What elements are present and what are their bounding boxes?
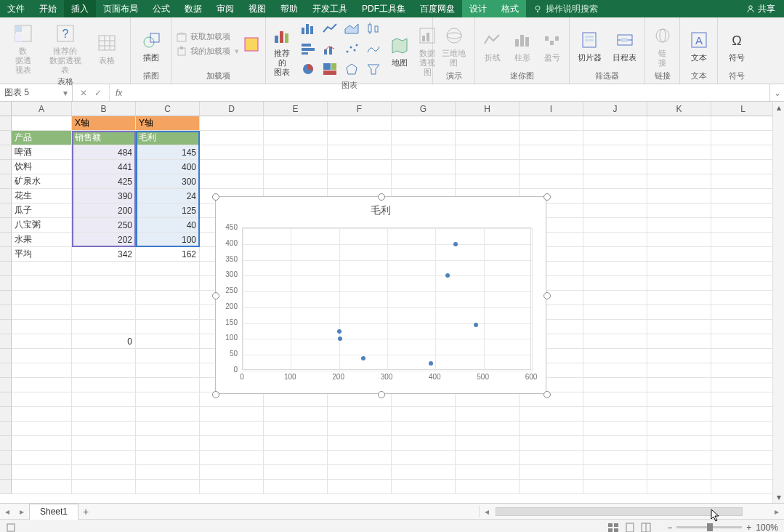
row-header-10[interactable] — [0, 247, 12, 262]
cell-K20[interactable] — [647, 392, 711, 407]
cell-B24[interactable] — [72, 451, 136, 465]
row-header-21[interactable] — [0, 407, 12, 422]
cell-K18[interactable] — [647, 363, 711, 378]
cell-I24[interactable] — [520, 451, 583, 465]
cell-B2[interactable]: 销售额 — [72, 131, 136, 145]
tab-公式[interactable]: 公式 — [145, 0, 177, 17]
cell-G20[interactable] — [392, 392, 456, 407]
cell-K5[interactable] — [647, 174, 711, 189]
cell-D5[interactable] — [200, 174, 264, 189]
cell-K6[interactable] — [647, 189, 711, 203]
get-addins-button[interactable]: 获取加载项 — [176, 31, 239, 43]
recommended-charts-button[interactable]: 推荐的 图表 — [270, 21, 294, 77]
bar-chart-icon[interactable] — [298, 19, 318, 38]
cell-B3[interactable]: 484 — [72, 145, 136, 160]
row-header-13[interactable] — [0, 291, 12, 305]
embedded-chart[interactable]: 毛利 0501001502002503003504004500100200300… — [215, 196, 546, 394]
tab-开发工具[interactable]: 开发工具 — [305, 0, 355, 17]
cell-C8[interactable]: 40 — [136, 218, 200, 233]
cell-J20[interactable] — [583, 392, 647, 407]
cell-B7[interactable]: 200 — [72, 203, 136, 218]
zoom-in-button[interactable]: + — [746, 523, 751, 533]
cell-B22[interactable] — [72, 422, 136, 436]
tab-文件[interactable]: 文件 — [0, 0, 32, 17]
cell-C20[interactable] — [136, 392, 200, 407]
cell-J6[interactable] — [583, 189, 647, 203]
cell-I23[interactable] — [520, 436, 583, 451]
cell-D23[interactable] — [200, 436, 264, 451]
row-header-5[interactable] — [0, 174, 12, 189]
row-header-24[interactable] — [0, 451, 12, 465]
cell-D3[interactable] — [200, 145, 264, 160]
cell-L24[interactable] — [711, 451, 775, 465]
cell-B20[interactable] — [72, 392, 136, 407]
cell-K21[interactable] — [647, 407, 711, 422]
cell-G3[interactable] — [392, 145, 456, 160]
cell-I20[interactable] — [520, 392, 583, 407]
cell-K4[interactable] — [647, 160, 711, 174]
cell-J25[interactable] — [583, 465, 647, 480]
cell-G4[interactable] — [392, 160, 456, 174]
chart-resize-handle[interactable] — [543, 193, 551, 201]
cancel-icon[interactable]: ✕ — [80, 88, 87, 98]
cell-C15[interactable] — [136, 320, 200, 334]
col-header-C[interactable]: C — [136, 102, 200, 116]
cell-B8[interactable]: 250 — [72, 218, 136, 233]
horizontal-scrollbar[interactable] — [496, 507, 768, 517]
cell-L22[interactable] — [711, 422, 775, 436]
cell-I1[interactable] — [520, 116, 583, 131]
macro-record-icon[interactable] — [6, 523, 16, 533]
cell-H3[interactable] — [456, 145, 520, 160]
cell-H4[interactable] — [456, 160, 520, 174]
cell-K10[interactable] — [647, 247, 711, 262]
vertical-scrollbar[interactable]: ▴ ▾ — [772, 102, 784, 503]
cell-B1[interactable]: X轴 — [72, 116, 136, 131]
cell-B5[interactable]: 425 — [72, 174, 136, 189]
chart-resize-handle[interactable] — [543, 391, 551, 398]
row-header-20[interactable] — [0, 392, 12, 407]
cell-L2[interactable] — [711, 131, 775, 145]
cell-F4[interactable] — [328, 160, 392, 174]
cell-K24[interactable] — [647, 451, 711, 465]
row-header-23[interactable] — [0, 436, 12, 451]
cell-L16[interactable] — [711, 334, 775, 349]
cell-L8[interactable] — [711, 218, 775, 233]
row-header-16[interactable] — [0, 334, 12, 349]
3d-map-button[interactable]: 三维地 图 — [437, 21, 470, 68]
cell-C10[interactable]: 162 — [136, 247, 200, 262]
cell-J13[interactable] — [583, 291, 647, 305]
cell-K23[interactable] — [647, 436, 711, 451]
cell-K25[interactable] — [647, 465, 711, 480]
cell-C6[interactable]: 24 — [136, 189, 200, 203]
row-header-15[interactable] — [0, 320, 12, 334]
cell-A18[interactable] — [12, 363, 72, 378]
cell-A16[interactable] — [12, 334, 72, 349]
tab-页面布局[interactable]: 页面布局 — [96, 0, 145, 17]
cell-J18[interactable] — [583, 363, 647, 378]
share-button[interactable]: 共享 — [737, 0, 784, 17]
row-header-4[interactable] — [0, 160, 12, 174]
cell-C17[interactable] — [136, 349, 200, 363]
cell-J1[interactable] — [583, 116, 647, 131]
cell-G26[interactable] — [392, 480, 456, 494]
chart-resize-handle[interactable] — [212, 193, 219, 201]
cell-K12[interactable] — [647, 276, 711, 291]
cell-A2[interactable]: 产品 — [12, 131, 72, 145]
cell-J8[interactable] — [583, 218, 647, 233]
cell-H5[interactable] — [456, 174, 520, 189]
cell-D21[interactable] — [200, 407, 264, 422]
chart-resize-handle[interactable] — [543, 292, 551, 299]
timeline-button[interactable]: 日程表 — [610, 25, 641, 63]
cell-H20[interactable] — [456, 392, 520, 407]
cell-C12[interactable] — [136, 276, 200, 291]
cell-A24[interactable] — [12, 451, 72, 465]
cell-B10[interactable]: 342 — [72, 247, 136, 262]
cell-D20[interactable] — [200, 392, 264, 407]
cell-C2[interactable]: 毛利 — [136, 131, 200, 145]
cell-L11[interactable] — [711, 262, 775, 276]
row-header-2[interactable] — [0, 131, 12, 145]
tab-设计[interactable]: 设计 — [462, 0, 494, 17]
cell-I26[interactable] — [520, 480, 583, 494]
col-header-H[interactable]: H — [456, 102, 520, 116]
cell-J19[interactable] — [583, 378, 647, 392]
